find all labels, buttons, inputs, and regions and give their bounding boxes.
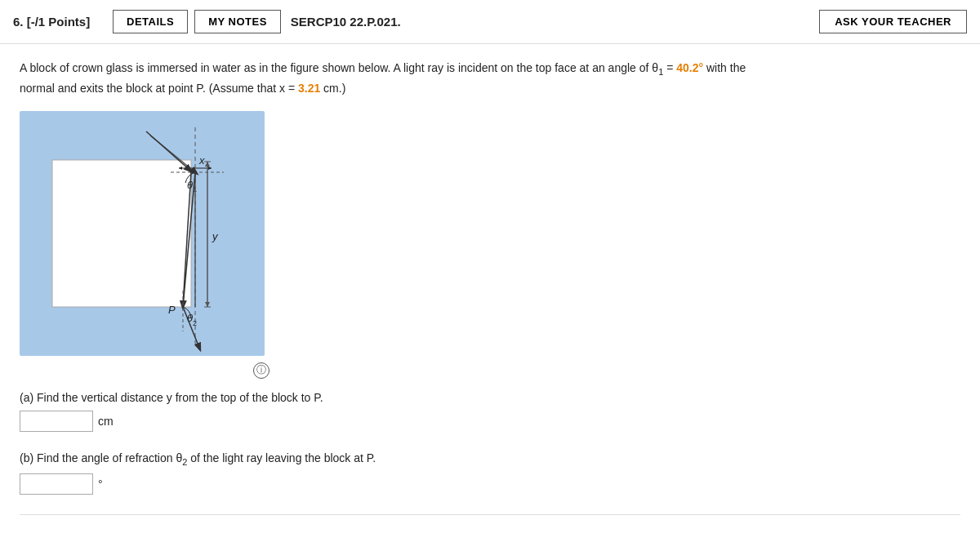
part-b-label: (b) Find the angle of refraction θ2 of t… [20,451,960,467]
theta1-symbol: θ1 [652,61,663,74]
figure-svg: x θ 1 [20,111,265,364]
problem-text-before: A block of crown glass is immersed in wa… [20,61,648,74]
part-a-answer-row: cm [20,411,960,432]
bottom-divider [20,514,960,515]
part-b-input[interactable] [20,473,93,495]
svg-text:2: 2 [193,319,197,327]
svg-text:x: x [198,154,205,167]
x-value: 3.21 [298,82,320,95]
info-icon[interactable]: ⓘ [253,362,270,379]
ask-teacher-button[interactable]: ASK YOUR TEACHER [819,10,967,33]
part-b-answer-row: ° [20,473,960,495]
header-bar: 6. [-/1 Points] DETAILS MY NOTES SERCP10… [0,0,980,44]
svg-text:P: P [168,304,176,316]
part-a-input[interactable] [20,411,93,432]
problem-text: A block of crown glass is immersed in wa… [20,59,755,98]
part-a-text: (a) Find the vertical distance y from th… [20,391,323,404]
part-a-unit: cm [98,415,114,428]
angle-value: 40.2° [676,61,703,74]
equals-sign: = [666,61,676,74]
details-button[interactable]: DETAILS [113,10,188,33]
part-b-unit: ° [98,478,103,491]
figure-container: x θ 1 [20,111,265,364]
problem-text-end: cm.) [320,82,345,95]
problem-id: SERCP10 22.P.021. [291,15,813,29]
content-area: A block of crown glass is immersed in wa… [0,44,980,535]
svg-rect-1 [52,160,191,307]
part-b-text-after: of the light ray leaving the block at P. [187,451,376,464]
my-notes-button[interactable]: MY NOTES [194,10,281,33]
points-label: 6. [-/1 Points] [13,15,103,29]
part-b-text-before: (b) Find the angle of refraction θ [20,451,182,464]
part-a-label: (a) Find the vertical distance y from th… [20,391,960,404]
